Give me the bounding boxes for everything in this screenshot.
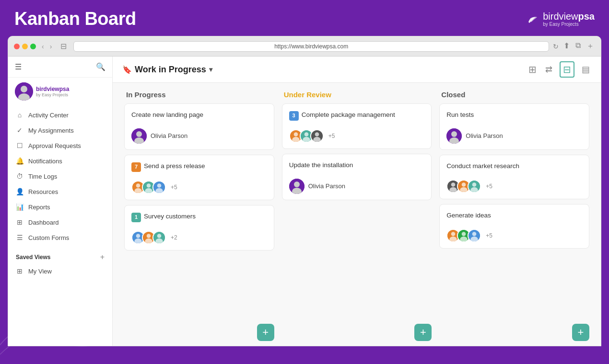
hamburger-icon[interactable]: ☰ (15, 62, 22, 71)
svg-point-20 (145, 239, 152, 244)
dot-close[interactable] (14, 44, 20, 49)
card-footer: Olivia Parson (131, 128, 267, 144)
add-card-in-progress: + (124, 321, 274, 346)
card-create-landing-page[interactable]: Create new landing page Olivia Parson (124, 103, 274, 150)
svg-point-32 (313, 137, 320, 143)
sidebar-item-my-assignments[interactable]: ✓ My Assignments (8, 123, 112, 138)
add-card-button[interactable]: + (414, 324, 432, 341)
sidebar-item-time-logs[interactable]: ⏱ Time Logs (8, 169, 112, 184)
add-card-closed: + (439, 321, 589, 346)
card-send-press-release[interactable]: 7 Send a press release (124, 155, 274, 200)
view-swap-icon[interactable]: ⇄ (544, 63, 554, 76)
sidebar-label-activity-center: Activity Center (28, 112, 69, 119)
card-badge: 7 (131, 162, 141, 172)
card-footer: Olivia Parson (289, 179, 425, 194)
reload-icon[interactable]: ↻ (553, 43, 559, 50)
avatar (468, 180, 481, 193)
sidebar-label-approval-requests: Approval Requests (28, 142, 81, 149)
avatar-extra-count: +2 (171, 234, 177, 241)
svg-point-7 (136, 183, 141, 188)
card-title: Generate ideas (446, 211, 582, 220)
app-content: ☰ 🔍 birdviewpsa by Easy Projects (8, 57, 601, 346)
card-conduct-market-research[interactable]: Conduct market research (439, 155, 589, 199)
svg-point-23 (155, 239, 163, 244)
cards-in-progress: Create new landing page Olivia Parson 7 (124, 103, 274, 321)
dot-maximize[interactable] (30, 44, 36, 49)
notifications-icon: 🔔 (16, 157, 23, 165)
dot-minimize[interactable] (22, 44, 28, 49)
add-card-under-review: + (282, 321, 432, 346)
card-generate-ideas[interactable]: Generate ideas (439, 204, 589, 249)
custom-forms-icon: ☰ (16, 234, 23, 241)
new-tab-icon[interactable]: ⧉ (574, 40, 582, 52)
add-card-button[interactable]: + (257, 324, 274, 341)
view-grid-icon[interactable]: ⊞ (527, 62, 538, 77)
svg-point-41 (450, 187, 457, 193)
url-bar[interactable]: https://www.birdviewpsa.com (73, 41, 549, 52)
activity-center-icon: ⌂ (16, 111, 23, 119)
add-saved-view-button[interactable]: + (100, 253, 105, 262)
cards-under-review: 3 Complete package management (282, 103, 432, 321)
sidebar-item-custom-forms[interactable]: ☰ Custom Forms (8, 230, 112, 245)
sidebar-label-custom-forms: Custom Forms (28, 234, 69, 241)
board-title[interactable]: 🔖 Work in Progress ▾ (122, 65, 212, 75)
card-update-installation[interactable]: Update the installation Olivia Parson (282, 154, 432, 200)
view-kanban-icon[interactable]: ⊟ (560, 61, 574, 78)
column-header-closed: Closed (439, 91, 589, 103)
saved-views-section: Saved Views + (8, 248, 112, 263)
approval-requests-icon: ☐ (16, 142, 23, 149)
card-run-tests[interactable]: Run tests Olivia Parson (439, 103, 589, 150)
svg-point-22 (157, 234, 162, 238)
card-survey-customers[interactable]: 1 Survey customers (124, 205, 274, 250)
assignee-name: Olivia Parson (466, 132, 503, 139)
svg-point-29 (303, 137, 310, 143)
sidebar-brand-sub: by Easy Projects (36, 92, 69, 97)
svg-point-28 (304, 132, 308, 136)
toolbar: 🔖 Work in Progress ▾ ⊞ ⇄ ⊟ ▤ (113, 57, 601, 83)
sidebar-item-resources[interactable]: 👤 Resources (8, 184, 112, 199)
card-complete-package-management[interactable]: 3 Complete package management (282, 103, 432, 149)
svg-point-17 (134, 239, 141, 244)
sidebar-toggle-icon[interactable]: ⊟ (58, 41, 70, 52)
sidebar-item-approval-requests[interactable]: ☐ Approval Requests (8, 138, 112, 153)
sidebar-item-activity-center[interactable]: ⌂ Activity Center (8, 107, 112, 123)
assignee-name: Olivia Parson (308, 182, 345, 190)
main-content: 🔖 Work in Progress ▾ ⊞ ⇄ ⊟ ▤ In Progress (113, 57, 601, 346)
sidebar-item-dashboard[interactable]: ⊞ Dashboard (8, 215, 112, 230)
svg-point-11 (145, 188, 152, 194)
my-view-icon: ⊞ (16, 267, 23, 275)
browser-dots (14, 44, 36, 49)
svg-point-8 (134, 188, 141, 194)
card-title: 7 Send a press release (131, 162, 267, 172)
svg-point-14 (155, 188, 163, 194)
svg-point-1 (21, 86, 27, 92)
nav-forward-button[interactable]: › (48, 42, 54, 51)
avatar (152, 231, 166, 244)
board-title-text: Work in Progress (135, 65, 206, 75)
assignee-avatar (131, 128, 147, 144)
column-closed: Closed Run tests Olivia Parson (435, 91, 593, 346)
avatar-extra-count: +5 (328, 133, 335, 139)
sidebar-item-my-view[interactable]: ⊞ My View (8, 263, 112, 279)
my-assignments-icon: ✓ (16, 126, 23, 134)
nav-back-button[interactable]: ‹ (40, 42, 46, 51)
sidebar-item-notifications[interactable]: 🔔 Notifications (8, 153, 112, 169)
add-card-button[interactable]: + (572, 324, 589, 341)
svg-point-19 (147, 234, 151, 238)
add-tab-icon[interactable]: ＋ (586, 40, 595, 52)
share-icon[interactable]: ⬆ (562, 40, 571, 52)
user-avatar-img (15, 82, 33, 101)
sidebar-brand-text: birdviewpsa (36, 86, 69, 92)
banner: Kanban Board birdviewpsa by Easy Project… (0, 0, 609, 36)
search-icon[interactable]: 🔍 (96, 62, 105, 71)
avatar-row (446, 180, 481, 193)
bookmark-icon: 🔖 (122, 65, 132, 74)
sidebar-label-dashboard: Dashboard (28, 219, 59, 226)
sidebar-item-reports[interactable]: 📊 Reports (8, 199, 112, 215)
view-detail-icon[interactable]: ▤ (580, 63, 591, 76)
card-footer: +5 (446, 180, 582, 193)
card-title: Run tests (446, 111, 582, 120)
svg-point-50 (450, 236, 457, 242)
svg-point-34 (294, 182, 300, 187)
card-footer: Olivia Parson (446, 128, 582, 144)
